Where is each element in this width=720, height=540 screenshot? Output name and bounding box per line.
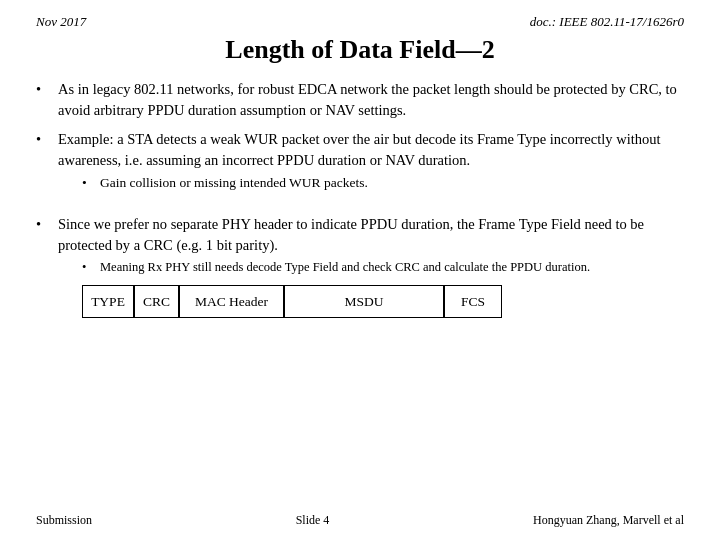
bullet-text-1: As in legacy 802.11 networks, for robust… xyxy=(58,79,684,121)
spacer xyxy=(36,204,684,214)
footer-center: Slide 4 xyxy=(296,513,330,528)
sub-bullet-symbol-2-1: • xyxy=(82,174,100,193)
footer-right: Hongyuan Zhang, Marvell et al xyxy=(533,513,684,528)
bullet-symbol-1: • xyxy=(36,79,58,100)
footer-left: Submission xyxy=(36,513,92,528)
sub-bullet-symbol-3-1: • xyxy=(82,259,100,277)
frame-cell-mac-header: MAC Header xyxy=(179,285,284,319)
bullet-text-3: Since we prefer no separate PHY header t… xyxy=(58,214,684,318)
bullet-symbol-3: • xyxy=(36,214,58,235)
frame-cell-type: TYPE xyxy=(82,285,134,319)
footer-row: Submission Slide 4 Hongyuan Zhang, Marve… xyxy=(36,507,684,528)
slide-page: Nov 2017 doc.: IEEE 802.11-17/1626r0 Len… xyxy=(0,0,720,540)
header-row: Nov 2017 doc.: IEEE 802.11-17/1626r0 xyxy=(36,14,684,30)
frame-cell-crc: CRC xyxy=(134,285,179,319)
bullet-symbol-2: • xyxy=(36,129,58,150)
sub-bullet-3-1: • Meaning Rx PHY still needs decode Type… xyxy=(82,259,684,277)
frame-cell-fcs: FCS xyxy=(444,285,502,319)
frame-cell-msdu: MSDU xyxy=(284,285,444,319)
sub-bullet-2-1: • Gain collision or missing intended WUR… xyxy=(82,174,684,193)
slide-title: Length of Data Field—2 xyxy=(36,34,684,65)
frame-table-wrapper: TYPE CRC MAC Header MSDU FCS xyxy=(82,285,684,319)
content-area: • As in legacy 802.11 networks, for robu… xyxy=(36,79,684,507)
header-left: Nov 2017 xyxy=(36,14,86,30)
frame-table: TYPE CRC MAC Header MSDU FCS xyxy=(82,285,684,319)
header-right: doc.: IEEE 802.11-17/1626r0 xyxy=(530,14,684,30)
bullet-3: • Since we prefer no separate PHY header… xyxy=(36,214,684,318)
bullet-text-2: Example: a STA detects a weak WUR packet… xyxy=(58,129,684,196)
bullet-1: • As in legacy 802.11 networks, for robu… xyxy=(36,79,684,121)
bullet-2: • Example: a STA detects a weak WUR pack… xyxy=(36,129,684,196)
